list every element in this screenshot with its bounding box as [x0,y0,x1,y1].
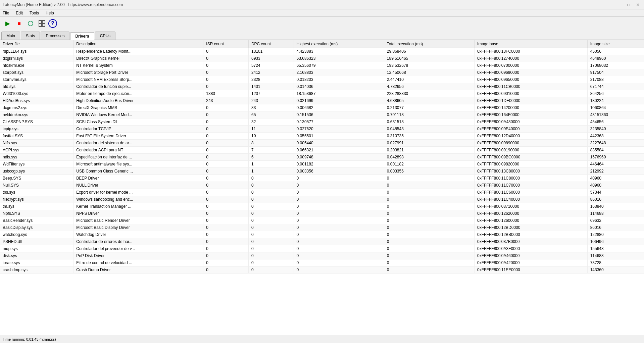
drivers-table: Driver file Description ISR count DPC co… [0,40,644,274]
menu-help[interactable]: Help [44,10,55,16]
col-header-size[interactable]: Image size [587,40,644,48]
col-header-isr[interactable]: ISR count [203,40,249,48]
tab-main[interactable]: Main [1,32,20,40]
cell-row21-col3: 0 [248,196,294,203]
col-header-description[interactable]: Description [73,40,203,48]
table-row[interactable]: watchdog.sysWatchdog Driver00000xFFFFF80… [0,231,644,238]
menu-file[interactable]: File [1,10,10,16]
cell-row28-col3: 0 [248,245,294,252]
tab-stats[interactable]: Stats [21,32,40,40]
svg-rect-5 [42,24,45,27]
cell-row18-col5: 0 [384,175,474,182]
cell-row5-col0: afd.sys [0,83,73,90]
cell-row2-col6: 0xFFFFF800'07000000 [475,62,588,69]
cell-row9-col2: 0 [203,111,249,118]
minimize-button[interactable]: — [616,1,623,8]
cell-row18-col3: 0 [248,175,294,182]
table-row[interactable]: afd.sysControlador de función suple...01… [0,83,644,90]
cell-row17-col1: USB Common Class Generic ... [73,168,203,175]
table-row[interactable]: dxgkrnl.sysDirectX Graphics Kernel069336… [0,55,644,62]
table-row[interactable]: dxgmms2.sysDirectX Graphics MMS0830.0066… [0,104,644,111]
cell-row29-col2: 0 [203,252,249,259]
capture-button[interactable] [37,18,47,29]
cell-row11-col7: 3235840 [587,126,644,133]
cell-row12-col3: 10 [248,133,294,140]
table-row[interactable]: Npfs.SYSNPFS Driver00000xFFFFF800'126200… [0,210,644,217]
cell-row17-col4: 0.003356 [294,168,384,175]
col-header-driver[interactable]: Driver file [0,40,73,48]
table-row[interactable]: Null.SYSNULL Driver00000xFFFFF800'11C700… [0,182,644,189]
stop-button[interactable]: ■ [14,18,24,29]
cell-row16-col7: 446464 [587,161,644,168]
cell-row27-col4: 0 [294,238,384,245]
cell-row1-col0: dxgkrnl.sys [0,55,73,62]
cell-row14-col4: 0.066321 [294,147,384,154]
cell-row13-col5: 0.027991 [384,140,474,147]
cell-row28-col4: 0 [294,245,384,252]
maximize-button[interactable]: □ [625,1,632,8]
table-row[interactable]: stornvme.sysMicrosoft NVM Express Storp.… [0,76,644,83]
cell-row13-col3: 8 [248,140,294,147]
cell-row10-col0: CLASSPNP.SYS [0,118,73,126]
col-header-dpc[interactable]: DPC count [248,40,294,48]
table-row[interactable]: BasicRender.sysMicrosoft Basic Render Dr… [0,217,644,224]
table-row[interactable]: tm.sysKernel Transaction Manager ...0000… [0,203,644,210]
col-header-highest[interactable]: Highest execution (ms) [294,40,384,48]
table-row[interactable]: nvlddmkm.sysNVIDIA Windows Kernel Mod...… [0,111,644,118]
table-row[interactable]: Wdf01000.sysMotor en tiempo de ejecución… [0,90,644,97]
table-row[interactable]: ntoskrnl.exeNT Kernel & System0572465.35… [0,62,644,69]
table-row[interactable]: mup.sysControlador del proveedor de v...… [0,245,644,252]
table-row[interactable]: fastfat.SYSFast FAT File System Driver01… [0,133,644,140]
table-row[interactable]: CLASSPNP.SYSSCSI Class System Dll0320.13… [0,118,644,126]
table-row[interactable]: HDAudBus.sysHigh Definition Audio Bus Dr… [0,97,644,104]
cell-row30-col0: iorate.sys [0,259,73,266]
table-row[interactable]: rspLLL64.sysResplendence Latency Monit..… [0,48,644,55]
cell-row1-col3: 6933 [248,55,294,62]
cell-row11-col0: tcpip.sys [0,126,73,133]
cell-row27-col2: 0 [203,238,249,245]
table-row[interactable]: ndis.sysEspecificación de interfaz de ..… [0,154,644,161]
table-row[interactable]: WdFilter.sysMicrosoft antimalware file s… [0,161,644,168]
play-button[interactable]: ▶ [3,18,13,29]
cell-row17-col5: 0.003356 [384,168,474,175]
cell-row14-col2: 0 [203,147,249,154]
toolbar: ▶ ■ ? [0,17,644,30]
cell-row3-col3: 2412 [248,69,294,76]
menu-edit[interactable]: Edit [14,10,24,16]
table-row[interactable]: Beep.SYSBEEP Driver00000xFFFFF800'11C800… [0,175,644,182]
cell-row22-col3: 0 [248,203,294,210]
tab-cpus[interactable]: CPUs [95,32,115,40]
cell-row7-col2: 243 [203,97,249,104]
table-row[interactable]: Ntfs.sysControlador del sistema de ar...… [0,140,644,147]
table-row[interactable]: disk.sysPnP Disk Driver00000xFFFFF800'0A… [0,252,644,259]
col-header-base[interactable]: Image base [475,40,588,48]
cell-row15-col3: 6 [248,154,294,161]
cell-row24-col7: 69632 [587,217,644,224]
table-row[interactable]: iorate.sysFiltro de control de velocidad… [0,259,644,266]
col-header-total[interactable]: Total execution (ms) [384,40,474,48]
table-row[interactable]: PSHED.dllControlador de errores de har..… [0,238,644,245]
table-row[interactable]: tcpip.sysControlador TCP/IP0110.0276200.… [0,126,644,133]
cell-row20-col5: 0 [384,189,474,196]
table-row[interactable]: ACPI.sysControlador ACPI para NT070.0663… [0,147,644,154]
tab-processes[interactable]: Processes [41,32,69,40]
table-row[interactable]: crashdmp.sysCrash Dump Driver00000xFFFFF… [0,266,644,274]
cell-row8-col3: 83 [248,104,294,111]
refresh-button[interactable] [26,18,36,29]
help-button[interactable]: ? [48,19,57,28]
cell-row31-col2: 0 [203,266,249,274]
close-button[interactable]: ✕ [635,1,641,8]
table-row[interactable]: filecrypt.sysWindows sandboxing and enc.… [0,196,644,203]
cell-row12-col1: Fast FAT File System Driver [73,133,203,140]
table-row[interactable]: tbs.sysExport driver for kernel mode ...… [0,189,644,196]
table-row[interactable]: usbccgp.sysUSB Common Class Generic ...0… [0,168,644,175]
cell-row6-col6: 0xFFFFF800'09010000 [475,90,588,97]
cell-row9-col1: NVIDIA Windows Kernel Mod... [73,111,203,118]
cell-row31-col3: 0 [248,266,294,274]
table-row[interactable]: storport.sysMicrosoft Storage Port Drive… [0,69,644,76]
table-row[interactable]: BasicDisplay.sysMicrosoft Basic Display … [0,224,644,231]
menu-tools[interactable]: Tools [28,10,40,16]
tab-drivers[interactable]: Drivers [70,32,94,40]
cell-row9-col5: 0.791118 [384,111,474,118]
cell-row25-col0: BasicDisplay.sys [0,224,73,231]
